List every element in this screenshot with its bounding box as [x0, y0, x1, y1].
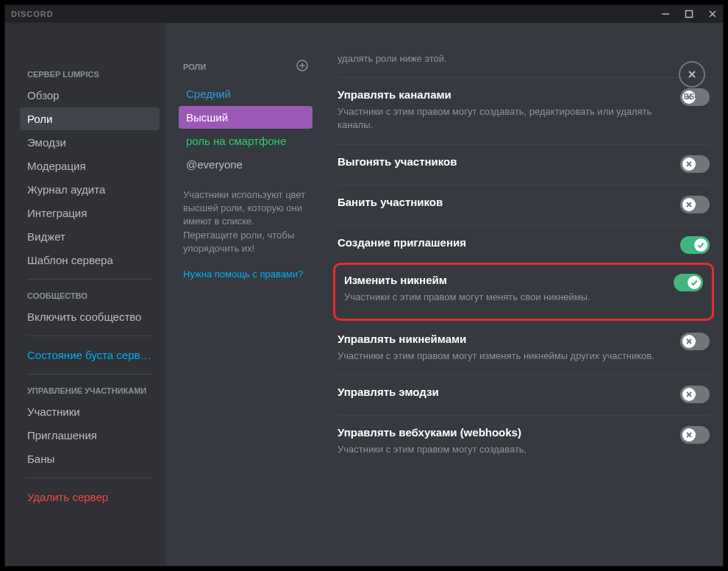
- sidebar-item-overview[interactable]: Обзор: [20, 84, 160, 107]
- esc-label: ESC: [684, 92, 701, 101]
- sidebar-item-audit-log[interactable]: Журнал аудита: [20, 178, 160, 201]
- divider: [27, 374, 152, 375]
- role-item-everyone[interactable]: @everyone: [179, 153, 313, 176]
- titlebar: DISCORD: [5, 5, 723, 23]
- perm-title: Управлять никнеймами: [338, 333, 665, 345]
- perm-manage-emoji: Управлять эмодзи: [333, 375, 714, 406]
- permissions-panel: удалять роли ниже этой. Управлять канала…: [320, 23, 723, 566]
- perm-title: Управлять эмодзи: [338, 386, 665, 398]
- sidebar-header-server: СЕРВЕР LUMPICS: [20, 65, 160, 83]
- perm-desc: Участники с этим правом могут изменять н…: [338, 350, 665, 363]
- perm-desc: Участники с этим правом могут создавать,: [338, 443, 665, 456]
- app-window: DISCORD СЕРВЕР LUMPICS Обзор Роли Эмодзи…: [4, 4, 724, 567]
- sidebar-item-moderation[interactable]: Модерация: [20, 155, 160, 177]
- perm-desc: Участники с этим правом могут создавать,…: [338, 105, 665, 132]
- app-title: DISCORD: [11, 10, 54, 18]
- sidebar-item-emoji[interactable]: Эмодзи: [20, 131, 160, 154]
- settings-sidebar: СЕРВЕР LUMPICS Обзор Роли Эмодзи Модерац…: [5, 23, 165, 566]
- toggle-change-nickname[interactable]: [674, 274, 703, 291]
- perm-kick-members: Выгонять участников: [333, 145, 714, 176]
- maximize-icon[interactable]: [685, 10, 693, 18]
- roles-help-link[interactable]: Нужна помощь с правами?: [179, 263, 313, 286]
- sidebar-header-member-mgmt: УПРАВЛЕНИЕ УЧАСТНИКАМИ: [20, 382, 160, 400]
- role-item-sredniy[interactable]: Средний: [179, 82, 313, 105]
- role-item-vysshiy[interactable]: Высший: [179, 106, 313, 129]
- roles-header-title: РОЛИ: [183, 63, 206, 71]
- sidebar-item-enable-community[interactable]: Включить сообщество: [20, 305, 160, 328]
- sidebar-item-boost-status[interactable]: Состояние буста серв…: [20, 344, 160, 366]
- close-icon[interactable]: [708, 10, 717, 18]
- settings-content: СЕРВЕР LUMPICS Обзор Роли Эмодзи Модерац…: [5, 23, 723, 566]
- divider: [27, 279, 152, 280]
- perm-title: Изменить никнейм: [344, 274, 659, 286]
- sidebar-item-template[interactable]: Шаблон сервера: [20, 249, 160, 272]
- sidebar-item-invites[interactable]: Приглашения: [20, 424, 160, 447]
- svg-rect-1: [686, 11, 693, 18]
- perm-title: Управлять вебхуками (webhooks): [338, 426, 665, 439]
- sidebar-item-delete-server[interactable]: Удалить сервер: [20, 486, 160, 508]
- window-controls: [661, 10, 717, 18]
- highlighted-permission: Изменить никнейм Участники с этим правом…: [333, 263, 714, 321]
- toggle-manage-webhooks[interactable]: [680, 426, 710, 444]
- sidebar-item-bans[interactable]: Баны: [20, 447, 160, 470]
- perm-title: Банить участников: [338, 196, 665, 208]
- close-icon: [679, 61, 705, 88]
- sidebar-item-integrations[interactable]: Интеграция: [20, 202, 160, 224]
- perm-ban-members: Банить участников: [333, 185, 714, 216]
- perm-manage-webhooks: Управлять вебхуками (webhooks) Участники…: [333, 416, 714, 459]
- roles-hint: Участники используют цвет высшей роли, к…: [179, 177, 313, 263]
- sidebar-item-members[interactable]: Участники: [20, 400, 160, 423]
- perm-manage-nicknames: Управлять никнеймами Участники с этим пр…: [333, 322, 714, 366]
- close-settings-button[interactable]: ESC: [679, 61, 705, 101]
- perm-title: Создание приглашения: [338, 236, 665, 249]
- add-role-icon[interactable]: [296, 60, 308, 74]
- perm-title: Выгонять участников: [338, 155, 665, 168]
- roles-column: РОЛИ Средний Высший роль на смартфоне @e…: [165, 23, 320, 566]
- divider: [27, 478, 152, 478]
- toggle-manage-nicknames[interactable]: [680, 333, 710, 350]
- sidebar-header-community: СООБЩЕСТВО: [20, 287, 160, 305]
- toggle-manage-emoji[interactable]: [680, 386, 710, 403]
- toggle-create-invite[interactable]: [680, 236, 710, 254]
- minimize-icon[interactable]: [661, 10, 670, 18]
- perm-desc: Участники с этим правом могут менять сво…: [344, 291, 659, 304]
- sidebar-item-roles[interactable]: Роли: [20, 107, 160, 130]
- perm-change-nickname: Изменить никнейм Участники с этим правом…: [340, 266, 707, 307]
- perm-top-desc: удалять роли ниже этой.: [333, 52, 714, 68]
- toggle-ban-members[interactable]: [680, 196, 710, 213]
- perm-manage-channels: Управлять каналами Участники с этим прав…: [333, 78, 714, 135]
- divider: [27, 336, 152, 336]
- roles-header: РОЛИ: [179, 60, 313, 82]
- sidebar-item-widget[interactable]: Виджет: [20, 225, 160, 248]
- perm-title: Управлять каналами: [338, 88, 665, 101]
- role-item-smartphone[interactable]: роль на смартфоне: [179, 130, 313, 152]
- toggle-kick-members[interactable]: [680, 155, 710, 173]
- perm-create-invite: Создание приглашения: [333, 226, 714, 257]
